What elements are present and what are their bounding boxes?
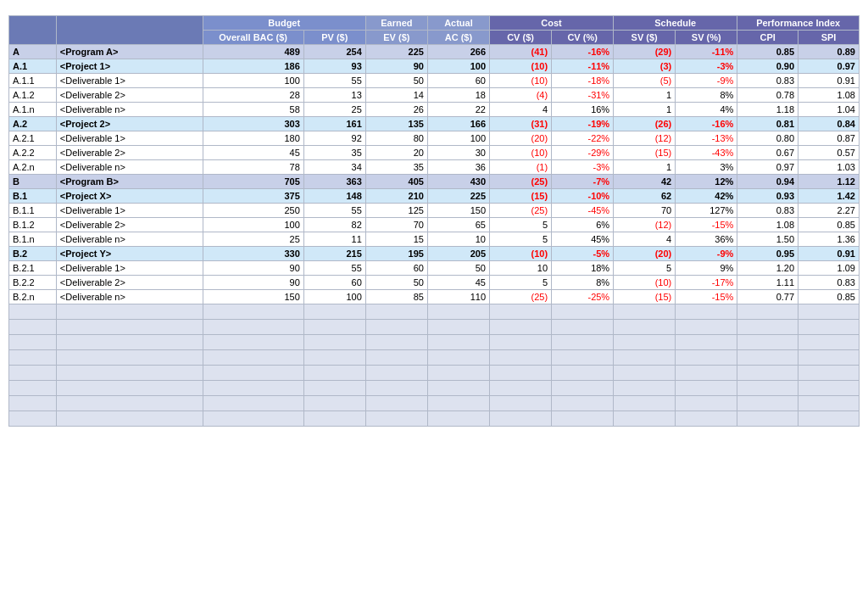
table-cell: 375	[203, 189, 303, 204]
table-cell: <Deliverable 1>	[56, 261, 203, 276]
empty-cell	[490, 304, 552, 320]
empty-cell	[56, 304, 203, 320]
table-cell: 0.67	[737, 146, 798, 160]
col-header-snum	[9, 16, 57, 45]
empty-cell	[798, 350, 860, 366]
empty-cell	[9, 320, 57, 335]
table-cell: 25	[303, 103, 365, 117]
table-cell: 80	[365, 131, 427, 146]
table-cell: (25)	[490, 290, 552, 304]
table-cell: 405	[365, 175, 427, 189]
table-cell: 22	[427, 103, 489, 117]
table-cell: -19%	[552, 117, 614, 131]
table-cell: (15)	[614, 146, 676, 160]
empty-cell	[798, 304, 860, 320]
table-cell: <Project 2>	[56, 117, 203, 131]
table-cell: 70	[614, 204, 676, 218]
table-cell: 45%	[552, 232, 614, 247]
empty-cell	[737, 381, 798, 396]
empty-cell	[676, 304, 737, 320]
table-cell: 26	[365, 103, 427, 117]
empty-cell	[552, 320, 614, 335]
empty-cell	[56, 366, 203, 381]
table-cell: (12)	[614, 218, 676, 232]
table-cell: 8%	[552, 276, 614, 290]
empty-cell	[427, 304, 489, 320]
table-cell: 5	[490, 276, 552, 290]
table-cell: 35	[303, 146, 365, 160]
table-cell: 100	[303, 290, 365, 304]
table-cell: -5%	[552, 247, 614, 261]
table-cell: 30	[427, 146, 489, 160]
empty-cell	[303, 335, 365, 350]
table-cell: -22%	[552, 131, 614, 146]
empty-cell	[427, 320, 489, 335]
empty-cell	[798, 335, 860, 350]
table-cell: 100	[427, 59, 489, 74]
table-cell: 90	[203, 276, 303, 290]
table-cell: A.2	[9, 117, 57, 131]
empty-cell	[676, 320, 737, 335]
empty-cell	[614, 335, 676, 350]
col-header-spi: SPI	[798, 31, 860, 45]
table-cell: (12)	[614, 131, 676, 146]
col-header-pv: PV ($)	[303, 31, 365, 45]
table-cell: (20)	[490, 131, 552, 146]
table-cell: 60	[303, 276, 365, 290]
empty-cell	[676, 366, 737, 381]
table-cell: 12%	[676, 175, 737, 189]
empty-cell	[737, 350, 798, 366]
table-cell: A.1	[9, 59, 57, 74]
table-cell: -17%	[676, 276, 737, 290]
table-cell: 225	[365, 45, 427, 59]
table-cell: -7%	[552, 175, 614, 189]
table-row: A<Program A>489254225266(41)-16%(29)-11%…	[9, 45, 860, 59]
table-cell: 36	[427, 160, 489, 175]
table-cell: 148	[303, 189, 365, 204]
table-cell: B.2	[9, 247, 57, 261]
table-cell: -3%	[676, 59, 737, 74]
table-cell: (15)	[614, 290, 676, 304]
table-cell: 215	[303, 247, 365, 261]
table-cell: -3%	[552, 160, 614, 175]
empty-cell	[490, 335, 552, 350]
table-cell: -25%	[552, 290, 614, 304]
empty-cell	[365, 320, 427, 335]
empty-cell	[365, 411, 427, 427]
table-cell: <Deliverable 1>	[56, 131, 203, 146]
table-row: A.2.n<Deliverable n>78343536(1)-3%13%0.9…	[9, 160, 860, 175]
table-cell: (15)	[490, 189, 552, 204]
empty-cell	[552, 304, 614, 320]
table-cell: B.1.1	[9, 204, 57, 218]
table-cell: 1	[614, 103, 676, 117]
table-cell: 0.83	[737, 204, 798, 218]
empty-cell	[365, 304, 427, 320]
table-cell: -31%	[552, 88, 614, 103]
empty-cell	[365, 366, 427, 381]
empty-cell	[552, 411, 614, 427]
table-row: A.1.2<Deliverable 2>28131418(4)-31%18%0.…	[9, 88, 860, 103]
empty-row	[9, 381, 860, 396]
table-cell: (3)	[614, 59, 676, 74]
table-cell: 1.42	[798, 189, 860, 204]
table-cell: 10	[490, 261, 552, 276]
empty-cell	[737, 396, 798, 411]
table-row: B.2.n<Deliverable n>15010085110(25)-25%(…	[9, 290, 860, 304]
empty-cell	[798, 366, 860, 381]
table-cell: A.2.2	[9, 146, 57, 160]
table-cell: (29)	[614, 45, 676, 59]
col-group-actual: Actual	[427, 16, 489, 31]
empty-cell	[798, 381, 860, 396]
table-cell: (10)	[490, 59, 552, 74]
table-cell: -43%	[676, 146, 737, 160]
table-cell: 45	[203, 146, 303, 160]
empty-cell	[427, 381, 489, 396]
table-cell: (10)	[490, 74, 552, 88]
table-cell: 5	[614, 261, 676, 276]
empty-row	[9, 350, 860, 366]
empty-cell	[56, 381, 203, 396]
empty-row	[9, 335, 860, 350]
table-cell: -11%	[552, 59, 614, 74]
table-cell: 135	[365, 117, 427, 131]
table-cell: (10)	[614, 276, 676, 290]
